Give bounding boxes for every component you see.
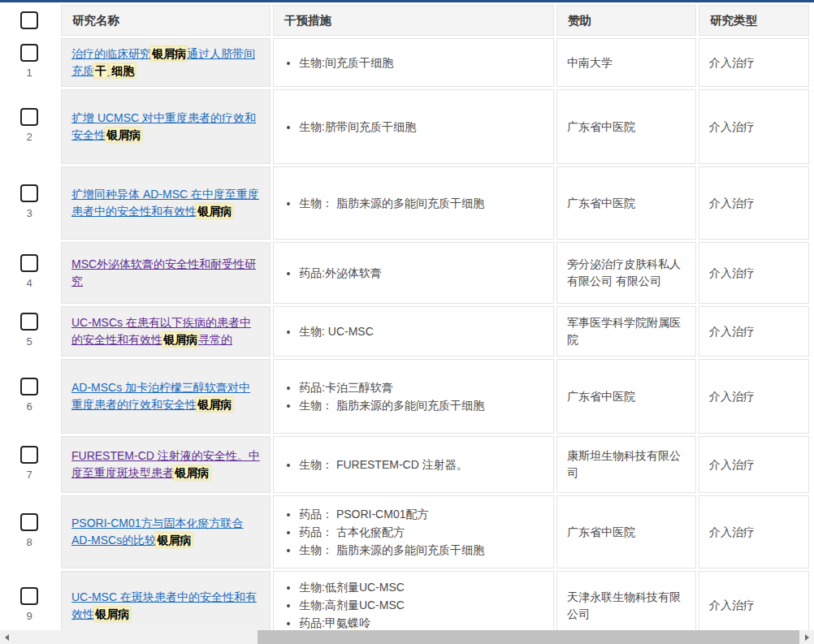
select-all-cell bbox=[0, 5, 58, 36]
table-row: 1 治疗的临床研究银屑病通过人脐带间充质干 细胞 生物:间充质干细胞 中南大学 … bbox=[0, 38, 809, 87]
intervention-item: 药品： PSORI-CM01配方 bbox=[299, 506, 543, 523]
intervention-list: 生物:脐带间充质干细胞 bbox=[284, 119, 543, 136]
study-type-text: 介入治疗 bbox=[709, 325, 755, 338]
col-header-study-type: 研究类型 bbox=[699, 5, 809, 36]
scroll-right-button[interactable] bbox=[800, 630, 814, 644]
col-header-sponsor: 赞助 bbox=[556, 5, 696, 36]
intervention-item: 生物： 脂肪来源的多能间充质干细胞 bbox=[299, 397, 543, 414]
study-name-cell: 扩增同种异体 AD-MSC 在中度至重度患者中的安全性和有效性银屑病 bbox=[61, 166, 271, 240]
interventions-cell: 生物:脐带间充质干细胞 bbox=[273, 89, 554, 164]
intervention-item: 生物:间充质干细胞 bbox=[299, 54, 543, 71]
row-select-cell: 2 bbox=[0, 89, 58, 164]
study-type-text: 介入治疗 bbox=[709, 599, 755, 612]
table-body: 1 治疗的临床研究银屑病通过人脐带间充质干 细胞 生物:间充质干细胞 中南大学 … bbox=[0, 38, 809, 640]
scroll-left-icon bbox=[5, 634, 9, 641]
sponsor-text: 中南大学 bbox=[567, 56, 613, 69]
study-link[interactable]: 治疗的临床研究银屑病通过人脐带间充质干 细胞 bbox=[71, 47, 255, 77]
search-term-highlight: 细胞 bbox=[110, 64, 135, 77]
study-type-text: 介入治疗 bbox=[709, 525, 755, 538]
table-row: 4 MSC外泌体软膏的安全性和耐受性研究 药品:外泌体软膏 旁分泌治疗皮肤科私人… bbox=[0, 242, 809, 304]
scroll-left-button[interactable] bbox=[0, 630, 14, 644]
study-type-text: 介入治疗 bbox=[709, 120, 755, 133]
table-row: 7 FURESTEM-CD 注射液的安全性。中度至重度斑块型患者银屑病 生物： … bbox=[0, 436, 809, 493]
study-link[interactable]: 扩增同种异体 AD-MSC 在中度至重度患者中的安全性和有效性银屑病 bbox=[71, 188, 259, 218]
intervention-item: 药品:卡泊三醇软膏 bbox=[299, 379, 543, 396]
interventions-cell: 生物： FURESTEM-CD 注射器。 bbox=[273, 436, 554, 493]
intervention-list: 生物： FURESTEM-CD 注射器。 bbox=[284, 456, 543, 473]
study-link[interactable]: UC-MSC 在斑块患者中的安全性和有效性银屑病 bbox=[71, 590, 257, 620]
row-checkbox[interactable] bbox=[20, 446, 38, 464]
row-checkbox[interactable] bbox=[20, 254, 38, 272]
sponsor-text: 康斯坦生物科技有限公司 bbox=[567, 449, 681, 479]
search-term-highlight: 银屑病 bbox=[94, 607, 130, 620]
row-select-cell: 4 bbox=[0, 242, 58, 304]
row-checkbox[interactable] bbox=[20, 587, 38, 605]
studies-table: 研究名称 干预措施 赞助 研究类型 1 治疗的临床研究银屑病通过人脐带间充质干 … bbox=[0, 2, 812, 642]
table-row: 2 扩增 UCMSC 对中重度患者的疗效和安全性银屑病 生物:脐带间充质干细胞 … bbox=[0, 89, 809, 164]
study-name-cell: PSORI-CM01方与固本化瘀方联合AD-MSCs的比较银屑病 bbox=[61, 495, 271, 568]
study-type-text: 介入治疗 bbox=[709, 266, 755, 279]
intervention-item: 生物： 脂肪来源的多能间充质干细胞 bbox=[299, 195, 543, 212]
study-link[interactable]: PSORI-CM01方与固本化瘀方联合AD-MSCs的比较银屑病 bbox=[71, 516, 244, 547]
horizontal-scrollbar-thumb[interactable] bbox=[258, 630, 799, 644]
results-table-container: 研究名称 干预措施 赞助 研究类型 1 治疗的临床研究银屑病通过人脐带间充质干 … bbox=[0, 0, 814, 642]
horizontal-scrollbar[interactable] bbox=[0, 630, 814, 644]
sponsor-text: 旁分泌治疗皮肤科私人有限公司 有限公司 bbox=[567, 257, 681, 287]
row-select-cell: 6 bbox=[0, 359, 58, 434]
study-link[interactable]: AD-MSCs 加卡泊柠檬三醇软膏对中重度患者的疗效和安全性银屑病 bbox=[71, 381, 250, 411]
select-all-checkbox[interactable] bbox=[20, 11, 38, 29]
study-title-text: 扩增 UCMSC 对中重度患者的疗效和安全性 bbox=[71, 111, 256, 141]
results-screen: 研究名称 干预措施 赞助 研究类型 1 治疗的临床研究银屑病通过人脐带间充质干 … bbox=[0, 0, 814, 644]
row-checkbox[interactable] bbox=[20, 184, 38, 202]
intervention-item: 生物： 脂肪来源的多能间充质干细胞 bbox=[299, 542, 543, 559]
sponsor-text: 广东省中医院 bbox=[567, 197, 635, 210]
study-type-text: 介入治疗 bbox=[709, 390, 755, 403]
scroll-right-icon bbox=[805, 634, 809, 641]
row-checkbox[interactable] bbox=[20, 44, 38, 62]
study-link[interactable]: MSC外泌体软膏的安全性和耐受性研究 bbox=[71, 257, 256, 287]
sponsor-cell: 中南大学 bbox=[556, 38, 696, 87]
row-select-cell: 5 bbox=[0, 306, 58, 357]
row-number: 7 bbox=[26, 466, 32, 483]
row-checkbox[interactable] bbox=[20, 313, 38, 331]
col-header-study-name: 研究名称 bbox=[61, 5, 271, 36]
study-type-cell: 介入治疗 bbox=[699, 306, 809, 357]
row-checkbox[interactable] bbox=[20, 108, 38, 126]
sponsor-text: 广东省中医院 bbox=[567, 120, 635, 133]
intervention-list: 药品:外泌体软膏 bbox=[284, 265, 543, 282]
study-name-cell: AD-MSCs 加卡泊柠檬三醇软膏对中重度患者的疗效和安全性银屑病 bbox=[61, 359, 271, 434]
study-link[interactable]: 扩增 UCMSC 对中重度患者的疗效和安全性银屑病 bbox=[71, 111, 256, 141]
study-title-text: MSC外泌体软膏的安全性和耐受性研究 bbox=[71, 257, 256, 287]
intervention-list: 药品： PSORI-CM01配方药品： 古本化瘀配方生物： 脂肪来源的多能间充质… bbox=[284, 506, 543, 559]
intervention-list: 生物： 脂肪来源的多能间充质干细胞 bbox=[284, 195, 543, 212]
sponsor-cell: 广东省中医院 bbox=[556, 495, 696, 568]
intervention-item: 生物: UC-MSC bbox=[299, 323, 543, 340]
sponsor-cell: 军事医学科学院附属医院 bbox=[556, 306, 696, 357]
study-link[interactable]: UC-MSCs 在患有以下疾病的患者中的安全性和有效性银屑病寻常的 bbox=[71, 316, 251, 346]
search-term-highlight: 银屑病 bbox=[197, 205, 232, 218]
intervention-item: 生物:低剂量UC-MSC bbox=[299, 579, 543, 596]
row-checkbox[interactable] bbox=[20, 378, 38, 395]
interventions-cell: 药品:卡泊三醇软膏生物： 脂肪来源的多能间充质干细胞 bbox=[273, 359, 554, 434]
intervention-list: 生物:低剂量UC-MSC生物:高剂量UC-MSC药品:甲氨蝶呤 bbox=[284, 579, 543, 632]
sponsor-cell: 康斯坦生物科技有限公司 bbox=[556, 436, 696, 493]
study-link[interactable]: FURESTEM-CD 注射液的安全性。中度至重度斑块型患者银屑病 bbox=[71, 449, 260, 479]
row-checkbox[interactable] bbox=[20, 513, 38, 531]
study-type-cell: 介入治疗 bbox=[699, 495, 809, 568]
search-term-highlight: 银屑病 bbox=[174, 466, 210, 479]
search-term-highlight: 银屑病 bbox=[106, 128, 141, 141]
study-type-text: 介入治疗 bbox=[709, 56, 755, 69]
study-name-cell: 治疗的临床研究银屑病通过人脐带间充质干 细胞 bbox=[61, 38, 271, 87]
sponsor-text: 广东省中医院 bbox=[567, 525, 635, 538]
study-type-text: 介入治疗 bbox=[709, 197, 755, 210]
study-name-cell: UC-MSCs 在患有以下疾病的患者中的安全性和有效性银屑病寻常的 bbox=[61, 306, 271, 357]
row-number: 5 bbox=[26, 333, 32, 350]
row-number: 8 bbox=[26, 534, 32, 551]
table-row: 3 扩增同种异体 AD-MSC 在中度至重度患者中的安全性和有效性银屑病 生物：… bbox=[0, 166, 809, 240]
row-select-cell: 3 bbox=[0, 166, 58, 240]
row-number: 9 bbox=[26, 607, 32, 625]
search-term-highlight: 银屑病 bbox=[151, 47, 187, 60]
study-type-cell: 介入治疗 bbox=[699, 359, 809, 434]
interventions-cell: 生物: UC-MSC bbox=[273, 306, 554, 357]
study-title-text: FURESTEM-CD 注射液的安全性。中度至重度斑块型患者 bbox=[71, 449, 260, 479]
